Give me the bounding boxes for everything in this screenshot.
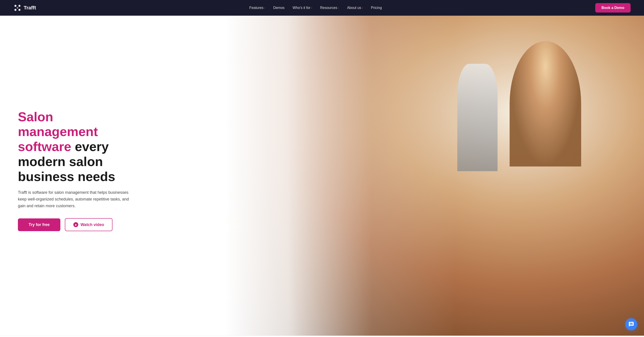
nav-item-features[interactable]: Features › — [249, 6, 265, 10]
nav-link-about[interactable]: About us › — [347, 6, 363, 10]
nav-item-resources[interactable]: Resources › — [320, 6, 339, 10]
svg-point-1 — [18, 5, 20, 7]
hero-subtitle: Trafft is software for salon management … — [18, 189, 134, 209]
watch-video-button[interactable]: ▶ Watch video — [65, 218, 112, 231]
watch-video-label: Watch video — [80, 222, 104, 227]
chat-icon — [628, 321, 634, 327]
book-demo-button[interactable]: Book a Demo — [595, 3, 630, 13]
hero-content: Salon management software every modern s… — [0, 96, 152, 255]
stats-bar: 15500+ CREATED ACCOUNTS ★ 5.0 Rating on … — [0, 336, 644, 337]
chevron-icon-2: › — [311, 7, 312, 9]
chevron-icon: › — [264, 7, 265, 9]
chevron-icon-4: › — [362, 7, 363, 9]
svg-point-3 — [18, 9, 20, 11]
nav-link-pricing[interactable]: Pricing — [371, 6, 382, 10]
nav-link-demos[interactable]: Demos — [273, 6, 285, 10]
hero-buttons: Try for free ▶ Watch video — [18, 218, 134, 231]
hero-section: Salon management software every modern s… — [0, 16, 644, 336]
hero-background-image — [226, 16, 644, 336]
person-client — [510, 41, 581, 166]
svg-point-4 — [16, 7, 18, 9]
brand-logo[interactable]: Trafft — [14, 4, 36, 12]
svg-point-2 — [14, 9, 16, 11]
brand-name: Trafft — [24, 5, 36, 11]
svg-point-0 — [14, 5, 16, 7]
play-icon: ▶ — [73, 222, 78, 227]
hero-title: Salon management software every modern s… — [18, 109, 134, 184]
navbar: Trafft Features › Demos Who's it for › R… — [0, 0, 644, 16]
chat-support-button[interactable] — [625, 318, 637, 330]
nav-item-demos[interactable]: Demos — [273, 6, 285, 10]
nav-link-features[interactable]: Features › — [249, 6, 265, 10]
try-for-free-button[interactable]: Try for free — [18, 218, 60, 231]
nav-link-whos-it-for[interactable]: Who's it for › — [293, 6, 312, 10]
nav-item-pricing[interactable]: Pricing — [371, 6, 382, 10]
nav-links: Features › Demos Who's it for › Resource… — [249, 6, 382, 10]
person-stylist — [457, 64, 498, 171]
nav-link-resources[interactable]: Resources › — [320, 6, 339, 10]
nav-item-whos-it-for[interactable]: Who's it for › — [293, 6, 312, 10]
nav-item-about[interactable]: About us › — [347, 6, 363, 10]
chevron-icon-3: › — [338, 7, 339, 9]
